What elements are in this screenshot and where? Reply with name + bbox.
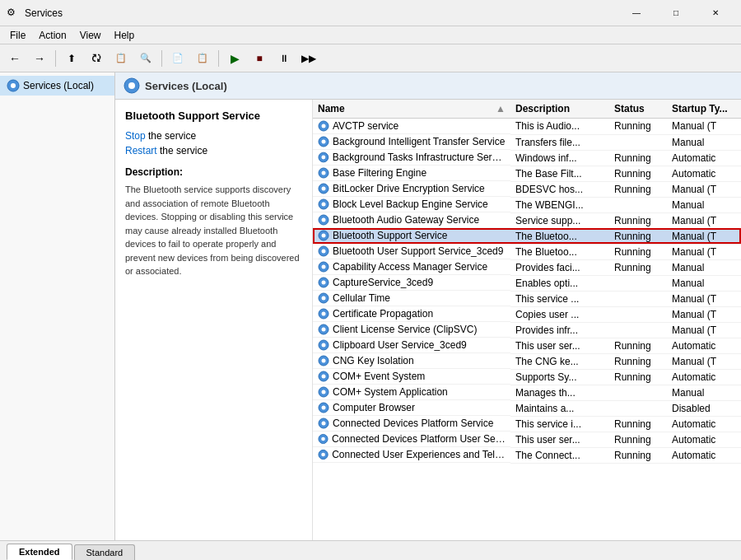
menu-item-view[interactable]: View bbox=[73, 28, 108, 43]
menu-item-help[interactable]: Help bbox=[108, 28, 142, 43]
minimize-button[interactable]: — bbox=[618, 1, 655, 26]
service-startup: Disabled bbox=[667, 400, 741, 416]
svg-point-25 bbox=[322, 281, 326, 285]
table-row[interactable]: Bluetooth Support ServiceThe Bluetoo...R… bbox=[313, 228, 741, 244]
bottom-tabs: Extended Standard bbox=[0, 540, 741, 560]
export-button[interactable]: 📄 bbox=[166, 48, 189, 69]
col-header-startup[interactable]: Startup Ty... bbox=[667, 100, 741, 119]
svg-point-37 bbox=[322, 375, 326, 379]
service-name: Background Tasks Infrastructure Service bbox=[333, 152, 506, 163]
restart-service-button[interactable]: ▶▶ bbox=[297, 48, 320, 69]
table-row[interactable]: Connected Devices Platform ServiceThis s… bbox=[313, 416, 741, 432]
properties-button[interactable]: 📋 bbox=[110, 48, 133, 69]
col-header-status[interactable]: Status bbox=[609, 100, 667, 119]
service-description: The Base Filt... bbox=[510, 166, 609, 181]
restart-service-text: the service bbox=[160, 145, 207, 156]
table-row[interactable]: Client License Service (ClipSVC)Provides… bbox=[313, 322, 741, 338]
service-description: Enables opti... bbox=[510, 275, 609, 291]
close-button[interactable]: ✕ bbox=[697, 1, 734, 26]
service-name: Block Level Backup Engine Service bbox=[333, 198, 488, 210]
table-row[interactable]: Connected Devices Platform User Servic..… bbox=[313, 432, 741, 447]
table-header: Name ▲ Description Status Startup Ty... bbox=[313, 100, 741, 119]
service-list[interactable]: Name ▲ Description Status Startup Ty... … bbox=[313, 100, 741, 540]
table-row[interactable]: Connected User Experiences and Telom...T… bbox=[313, 447, 741, 463]
content-header-title: Services (Local) bbox=[145, 80, 227, 92]
toolbar-separator-2 bbox=[161, 50, 162, 67]
table-row[interactable]: Computer BrowserMaintains a...Disabled bbox=[313, 400, 741, 416]
pause-service-button[interactable]: ⏸ bbox=[273, 48, 296, 69]
up-button[interactable]: ⬆ bbox=[60, 48, 83, 69]
service-status: Running bbox=[609, 416, 667, 432]
copy-button[interactable]: 📋 bbox=[191, 48, 214, 69]
refresh-button[interactable]: 🗘 bbox=[85, 48, 108, 69]
service-icon bbox=[318, 245, 329, 257]
service-icon bbox=[318, 324, 329, 335]
service-status: Running bbox=[609, 244, 667, 259]
service-startup: Manual bbox=[667, 134, 741, 150]
table-row[interactable]: Base Filtering EngineThe Base Filt...Run… bbox=[313, 166, 741, 181]
service-description: The CNG ke... bbox=[510, 353, 609, 369]
table-row[interactable]: BitLocker Drive Encryption ServiceBDESVC… bbox=[313, 181, 741, 197]
svg-point-27 bbox=[322, 296, 326, 301]
table-row[interactable]: Clipboard User Service_3ced9This user se… bbox=[313, 338, 741, 353]
service-name: CaptureService_3ced9 bbox=[333, 277, 433, 288]
service-description: This user ser... bbox=[510, 338, 609, 353]
service-icon bbox=[318, 402, 329, 413]
start-service-button[interactable]: ▶ bbox=[223, 48, 246, 69]
table-row[interactable]: Bluetooth User Support Service_3ced9The … bbox=[313, 244, 741, 259]
table-row[interactable]: Block Level Backup Engine ServiceThe WBE… bbox=[313, 197, 741, 212]
service-description: Copies user ... bbox=[510, 306, 609, 322]
table-row[interactable]: Certificate PropagationCopies user ...Ma… bbox=[313, 306, 741, 322]
table-row[interactable]: CNG Key IsolationThe CNG ke...RunningMan… bbox=[313, 353, 741, 369]
split-content: Bluetooth Support Service Stop the servi… bbox=[115, 100, 741, 540]
table-row[interactable]: COM+ System ApplicationManages th...Manu… bbox=[313, 385, 741, 400]
sidebar-item-services-local[interactable]: Services (Local) bbox=[0, 76, 114, 96]
service-startup: Automatic bbox=[667, 338, 741, 353]
svg-point-17 bbox=[322, 218, 326, 222]
service-startup: Manual bbox=[667, 275, 741, 291]
service-status: Running bbox=[609, 119, 667, 135]
service-name: Certificate Propagation bbox=[333, 308, 433, 320]
service-status: Running bbox=[609, 228, 667, 244]
back-button[interactable]: ← bbox=[3, 48, 26, 69]
toolbar-separator-3 bbox=[218, 50, 219, 67]
menu-item-action[interactable]: Action bbox=[32, 28, 72, 43]
service-startup: Manual (T bbox=[667, 353, 741, 369]
table-row[interactable]: Cellular TimeThis service ...Manual (T bbox=[313, 291, 741, 306]
table-row[interactable]: CaptureService_3ced9Enables opti...Manua… bbox=[313, 275, 741, 291]
table-row[interactable]: AVCTP serviceThis is Audio...RunningManu… bbox=[313, 119, 741, 135]
svg-point-1 bbox=[11, 83, 16, 88]
tab-extended[interactable]: Extended bbox=[7, 544, 72, 560]
help-button[interactable]: 🔍 bbox=[134, 48, 157, 69]
restart-service-link[interactable]: Restart bbox=[125, 145, 157, 156]
service-icon bbox=[318, 214, 329, 226]
service-status bbox=[609, 306, 667, 322]
service-startup: Automatic bbox=[667, 369, 741, 385]
service-name: Connected User Experiences and Telom... bbox=[332, 449, 506, 460]
stop-service-link[interactable]: Stop bbox=[125, 130, 146, 142]
col-header-description[interactable]: Description bbox=[510, 100, 609, 119]
service-description: This user ser... bbox=[510, 432, 609, 447]
service-icon bbox=[318, 433, 329, 445]
menu-item-file[interactable]: File bbox=[3, 28, 32, 43]
table-row[interactable]: COM+ Event SystemSupports Sy...RunningAu… bbox=[313, 369, 741, 385]
table-row[interactable]: Bluetooth Audio Gateway ServiceService s… bbox=[313, 212, 741, 228]
table-row[interactable]: Background Tasks Infrastructure ServiceW… bbox=[313, 150, 741, 166]
service-description: The WBENGI... bbox=[510, 197, 609, 212]
col-header-name[interactable]: Name ▲ bbox=[313, 100, 510, 119]
selected-service-name: Bluetooth Support Service bbox=[125, 110, 302, 122]
service-status bbox=[609, 385, 667, 400]
forward-button[interactable]: → bbox=[28, 48, 51, 69]
table-row[interactable]: Background Intelligent Transfer ServiceT… bbox=[313, 134, 741, 150]
stop-service-button[interactable]: ■ bbox=[248, 48, 271, 69]
service-startup: Manual (T bbox=[667, 322, 741, 338]
tab-standard[interactable]: Standard bbox=[74, 544, 136, 560]
service-description: Service supp... bbox=[510, 212, 609, 228]
svg-point-9 bbox=[321, 156, 325, 160]
service-name: Bluetooth Audio Gateway Service bbox=[333, 214, 479, 226]
maximize-button[interactable]: □ bbox=[657, 1, 695, 26]
toolbar: ← → ⬆ 🗘 📋 🔍 📄 📋 ▶ ■ ⏸ ▶▶ bbox=[0, 44, 741, 72]
table-row[interactable]: Capability Access Manager ServiceProvide… bbox=[313, 259, 741, 275]
service-description: Provides infr... bbox=[510, 322, 609, 338]
main-layout: Services (Local) Services (Local) Blueto… bbox=[0, 72, 741, 540]
